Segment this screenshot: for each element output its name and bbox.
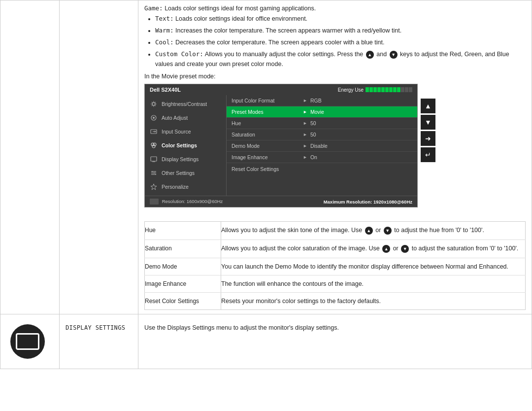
reset-label: Reset Color Settings — [232, 166, 279, 172]
footer-max-res: Maximum Resolution: 1920x1080@60Hz — [324, 199, 412, 205]
osd-item-other[interactable]: Other Settings — [145, 166, 226, 180]
display-settings-label-text: DISPLAY SETTINGS — [66, 324, 125, 331]
osd-row-label: Input Color Format — [232, 98, 303, 103]
osd-arrow: ► — [303, 132, 307, 137]
osd-row-saturation: Saturation ► 50 — [227, 129, 417, 140]
seg5 — [381, 87, 385, 92]
desc-table: Hue Allows you to adjust the skin tone o… — [144, 221, 526, 310]
osd-arrow: ► — [303, 98, 307, 103]
seg7 — [389, 87, 393, 92]
desc-text-demo: You can launch the Demo Mode to identify… — [221, 258, 526, 275]
energy-bar — [366, 87, 412, 92]
svg-marker-26 — [151, 184, 157, 190]
other-icon — [150, 169, 158, 177]
monitor-title: Dell S2X40L — [150, 87, 181, 93]
main-table: Game: Loads color settings ideal for mos… — [0, 0, 532, 369]
osd-panel: Input Color Format ► RGB Preset Modes ► … — [226, 95, 417, 196]
osd-row-label: Saturation — [232, 132, 303, 137]
nav-down-button[interactable]: ▼ — [421, 115, 435, 130]
display-settings-icon — [10, 324, 45, 359]
nav-right-button[interactable]: ➜ — [421, 131, 435, 146]
bullet-list: Text: Loads color settings ideal for off… — [155, 14, 526, 69]
osd-label-brightness: Brightness/Contrast — [162, 101, 207, 107]
seg6 — [385, 87, 389, 92]
nav-up-button[interactable]: ▲ — [421, 99, 435, 113]
desc-text-reset: Resets your monitor's color settings to … — [221, 293, 526, 310]
osd-label-auto: Auto Adjust — [162, 115, 188, 121]
down-circle-icon: ▼ — [384, 227, 392, 235]
osd-sidebar: Brightness/Contrast — [145, 95, 226, 196]
seg3 — [373, 87, 377, 92]
up-circle-icon2: ▲ — [382, 245, 390, 253]
nav-back-button[interactable]: ↵ — [421, 147, 435, 162]
seg2 — [369, 87, 373, 92]
brightness-icon — [150, 100, 158, 108]
monitor-screenshot: Dell S2X40L Energy Use — [144, 84, 418, 207]
auto-icon — [150, 114, 158, 122]
up-btn-icon: ▲ — [366, 51, 374, 59]
svg-line-6 — [155, 105, 156, 106]
svg-point-10 — [153, 117, 155, 119]
svg-line-8 — [152, 105, 152, 106]
osd-arrow: ► — [303, 155, 307, 160]
monitor-footer: Resolution: 1600x900@60Hz Maximum Resolu… — [145, 196, 417, 207]
osd-arrow: ► — [303, 121, 307, 126]
color-icon — [150, 141, 158, 149]
down-btn-icon: ▼ — [390, 51, 398, 59]
up-circle-icon: ▲ — [365, 227, 373, 235]
monitor-icon — [150, 199, 159, 205]
osd-label-display: Display Settings — [162, 156, 199, 162]
bullet-warm: Warm: Increases the color temperature. T… — [155, 26, 526, 35]
intro-line: Game: Loads color settings ideal for mos… — [144, 4, 526, 12]
energy-label: Energy Use — [338, 87, 364, 93]
osd-row-input-color: Input Color Format ► RGB — [227, 95, 417, 106]
osd-item-color[interactable]: Color Settings — [145, 138, 226, 152]
content-cell: Game: Loads color settings ideal for mos… — [138, 0, 532, 314]
desc-label-image-enhance: Image Enhance — [145, 275, 221, 293]
seg9 — [397, 87, 400, 92]
osd-label-input: Input Source — [162, 129, 191, 135]
label-cell — [60, 0, 138, 314]
seg1 — [366, 87, 369, 92]
osd-item-input[interactable]: Input Source — [145, 125, 226, 138]
input-icon — [150, 128, 158, 136]
display-settings-desc: Use the Displays Settings menu to adjust… — [144, 324, 339, 331]
osd-arrow: ► — [303, 109, 307, 114]
game-label: Game: — [144, 4, 163, 12]
osd-item-display[interactable]: Display Settings — [145, 152, 226, 166]
color-settings-row: Game: Loads color settings ideal for mos… — [0, 0, 532, 314]
desc-row-image-enhance: Image Enhance The function will enhance … — [145, 275, 526, 293]
footer-res-area: Resolution: 1600x900@60Hz — [150, 199, 223, 205]
bullet-cool: Cool: Decreases the color temperature. T… — [155, 37, 526, 47]
osd-row-label: Preset Modes — [232, 109, 303, 115]
desc-text-saturation: Allows you to adjust the color saturatio… — [221, 240, 526, 258]
osd-row-label: Hue — [232, 120, 303, 126]
bullet-custom: Custom Color: Allows you to manually adj… — [155, 49, 526, 69]
svg-marker-13 — [155, 131, 156, 133]
display-settings-row: DISPLAY SETTINGS Use the Displays Settin… — [0, 314, 532, 369]
desc-label-reset: Reset Color Settings — [145, 293, 221, 310]
osd-row-value: On — [310, 154, 317, 160]
bullet-text: Text: Loads color settings ideal for off… — [155, 14, 526, 24]
desc-row-saturation: Saturation Allows you to adjust the colo… — [145, 240, 526, 258]
display-settings-icon-cell — [0, 314, 60, 369]
osd-item-personalize[interactable]: Personalize — [145, 180, 226, 194]
osd-row-value: Movie — [310, 109, 324, 115]
osd-empty-space — [227, 175, 417, 190]
seg4 — [377, 87, 381, 92]
osd-item-brightness[interactable]: Brightness/Contrast — [145, 97, 226, 111]
osd-label-personalize: Personalize — [162, 184, 189, 190]
desc-row-reset: Reset Color Settings Resets your monitor… — [145, 293, 526, 310]
desc-label-saturation: Saturation — [145, 240, 221, 258]
osd-row-value: 50 — [310, 120, 316, 126]
seg10 — [401, 87, 404, 92]
svg-line-5 — [152, 102, 152, 103]
desc-label-hue: Hue — [145, 222, 221, 240]
osd-arrow: ► — [303, 143, 307, 148]
desc-row-hue: Hue Allows you to adjust the skin tone o… — [145, 222, 526, 240]
osd-label-other: Other Settings — [162, 170, 195, 176]
seg12 — [409, 87, 412, 92]
osd-item-auto[interactable]: Auto Adjust — [145, 111, 226, 125]
osd-row-value: 50 — [310, 132, 316, 137]
osd-row-demo: Demo Mode ► Disable — [227, 140, 417, 152]
